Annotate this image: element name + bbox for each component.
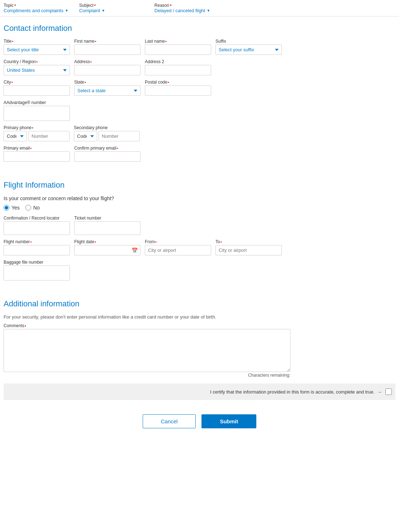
suffix-group: Suffix Select your suffix Jr. Sr. II III: [215, 39, 282, 55]
topic-field[interactable]: Topic• Compliments and complaints ▼: [4, 3, 68, 13]
title-group: Title• Select your title Mr. Mrs. Ms. Dr…: [4, 39, 70, 55]
ticket-input[interactable]: [74, 221, 141, 235]
country-select[interactable]: United States Canada Mexico: [4, 65, 70, 75]
state-select[interactable]: Select a state Alabama Alaska California…: [74, 85, 141, 96]
from-label: From•: [145, 239, 211, 244]
reason-field[interactable]: Reason• Delayed / canceled flight ▼: [155, 3, 219, 13]
firstname-group: First name•: [74, 39, 141, 55]
confirm-email-input[interactable]: [74, 151, 141, 162]
flight-related-radio-group: Yes No: [4, 205, 395, 211]
contact-row-4: AAdvantage® number: [4, 100, 395, 121]
firstname-label: First name•: [74, 39, 141, 44]
postal-input[interactable]: [145, 85, 211, 96]
address-input[interactable]: [74, 65, 141, 75]
aadvantage-group: AAdvantage® number: [4, 100, 70, 121]
comments-textarea[interactable]: [4, 329, 290, 372]
primary-phone-row: Code: [4, 131, 70, 141]
contact-section: Contact information Title• Select your t…: [0, 17, 399, 173]
certify-bar: I certify that the information provided …: [4, 383, 395, 400]
country-label: Country / Region•: [4, 59, 70, 64]
country-group: Country / Region• United States Canada M…: [4, 59, 70, 75]
top-bar: Topic• Compliments and complaints ▼ Subj…: [0, 0, 399, 17]
postal-label: Postal code•: [145, 80, 211, 85]
aadvantage-label: AAdvantage® number: [4, 100, 70, 105]
security-note: For your security, please don't enter pe…: [4, 314, 395, 320]
secondary-phone-label: Secondary phone: [74, 125, 140, 130]
flight-row-2: Flight number• Flight date• 📅 From• To•: [4, 239, 395, 255]
reason-value[interactable]: Delayed / canceled flight ▼: [155, 8, 219, 13]
yes-label: Yes: [11, 205, 20, 211]
address2-input[interactable]: [145, 65, 211, 75]
confirm-email-group: Confirm primary email•: [74, 146, 141, 162]
baggage-group: Baggage file number: [4, 260, 70, 281]
suffix-select[interactable]: Select your suffix Jr. Sr. II III: [215, 44, 282, 55]
title-select[interactable]: Select your title Mr. Mrs. Ms. Dr.: [4, 44, 70, 55]
yes-radio[interactable]: [4, 205, 9, 211]
certify-text: I certify that the information provided …: [7, 389, 382, 395]
postal-group: Postal code•: [145, 80, 211, 96]
no-label: No: [33, 205, 40, 211]
flight-date-input[interactable]: [74, 245, 141, 255]
flight-row-1: Confirmation / Record locator Ticket num…: [4, 216, 395, 235]
lastname-input[interactable]: [145, 44, 211, 55]
secondary-phone-number-input[interactable]: [99, 131, 140, 141]
comments-label: Comments•: [4, 323, 395, 328]
yes-radio-option[interactable]: Yes: [4, 205, 20, 211]
baggage-label: Baggage file number: [4, 260, 70, 265]
subject-value[interactable]: Complaint ▼: [79, 8, 144, 13]
confirmation-input[interactable]: [4, 221, 70, 235]
lastname-label: Last name•: [145, 39, 211, 44]
confirm-email-label: Confirm primary email•: [74, 146, 141, 151]
cancel-button[interactable]: Cancel: [143, 414, 196, 428]
reason-label: Reason•: [155, 3, 219, 8]
topic-value[interactable]: Compliments and complaints ▼: [4, 8, 68, 13]
primary-email-input[interactable]: [4, 151, 70, 162]
flight-section: Flight Information Is your comment or co…: [0, 173, 399, 292]
flight-question: Is your comment or concern related to yo…: [4, 196, 395, 201]
contact-row-6: Primary email• Confirm primary email•: [4, 146, 395, 162]
char-remaining: Characters remaining:: [4, 373, 290, 378]
baggage-input[interactable]: [4, 265, 70, 281]
city-label: City•: [4, 80, 70, 85]
flight-date-wrapper: 📅: [74, 245, 141, 255]
from-group: From•: [145, 239, 211, 255]
to-group: To•: [215, 239, 282, 255]
aadvantage-input[interactable]: [4, 106, 70, 121]
contact-row-5: Primary phone• Code Secondary phone Code: [4, 125, 395, 141]
no-radio-option[interactable]: No: [25, 205, 40, 211]
state-label: State•: [74, 80, 141, 85]
topic-label: Topic•: [4, 3, 68, 8]
firstname-input[interactable]: [74, 44, 141, 55]
city-input[interactable]: [4, 85, 70, 96]
state-group: State• Select a state Alabama Alaska Cal…: [74, 80, 141, 96]
address-label: Address•: [74, 59, 141, 64]
from-input[interactable]: [145, 245, 211, 255]
no-radio[interactable]: [25, 205, 31, 211]
suffix-label: Suffix: [215, 39, 282, 44]
primary-phone-code-select[interactable]: Code: [4, 131, 27, 141]
subject-label: Subject•: [79, 3, 144, 8]
contact-row-2: Country / Region• United States Canada M…: [4, 59, 395, 75]
to-input[interactable]: [215, 245, 282, 255]
certify-checkbox[interactable]: [385, 389, 392, 395]
additional-section: Additional information For your security…: [0, 292, 399, 407]
flight-number-input[interactable]: [4, 245, 70, 255]
address2-label: Address 2: [145, 59, 211, 64]
flight-date-group: Flight date• 📅: [74, 239, 141, 255]
flight-section-title: Flight Information: [4, 180, 395, 190]
primary-email-label: Primary email•: [4, 146, 70, 151]
flight-number-label: Flight number•: [4, 239, 70, 244]
secondary-phone-group: Secondary phone Code: [74, 125, 140, 141]
flight-date-label: Flight date•: [74, 239, 141, 244]
secondary-phone-row: Code: [74, 131, 140, 141]
subject-field[interactable]: Subject• Complaint ▼: [79, 3, 144, 13]
primary-email-group: Primary email•: [4, 146, 70, 162]
secondary-phone-code-select[interactable]: Code: [74, 131, 97, 141]
address2-group: Address 2: [145, 59, 211, 75]
subject-chevron-icon: ▼: [101, 9, 105, 13]
primary-phone-label: Primary phone•: [4, 125, 70, 130]
contact-row-1: Title• Select your title Mr. Mrs. Ms. Dr…: [4, 39, 395, 55]
flight-row-3: Baggage file number: [4, 260, 395, 281]
submit-button[interactable]: Submit: [201, 414, 256, 428]
primary-phone-number-input[interactable]: [28, 131, 70, 141]
